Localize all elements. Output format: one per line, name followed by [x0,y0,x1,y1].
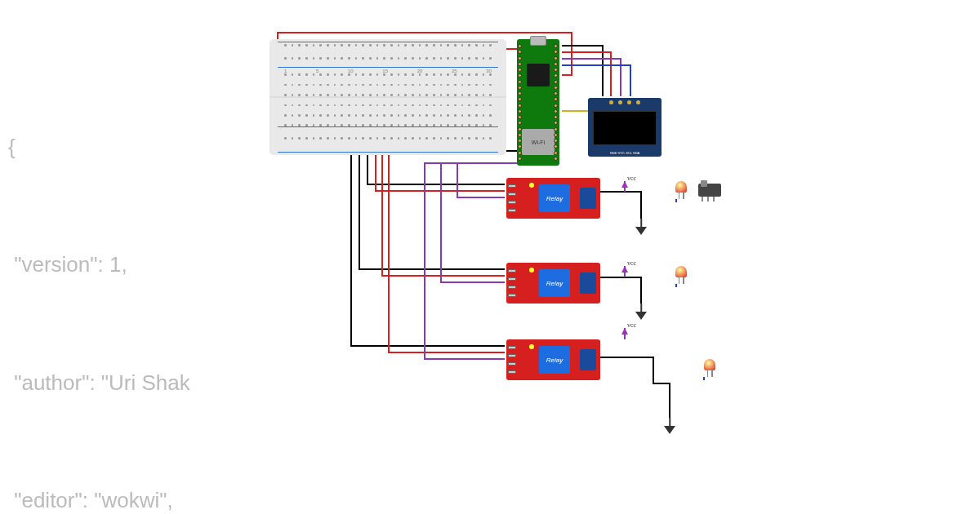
usb-connector-icon [530,36,546,46]
oled-screen [593,111,657,145]
slide-switch[interactable] [698,184,721,197]
switch-knob-icon [701,180,707,187]
relay-terminal-block [580,349,596,370]
relay-terminal-block [580,188,596,209]
vcc-label-1: vcc [627,175,636,182]
breadboard-half[interactable]: 1 5 10 15 20 25 30 [270,39,506,155]
relay-coil-icon: Relay [539,346,570,374]
pico-pins-left [518,44,523,161]
relay-status-led-icon [529,268,534,273]
relay-coil-icon: Relay [539,269,570,297]
oled-header-pins [609,100,640,104]
led-bulb-icon [704,359,715,370]
led-red-3[interactable] [702,359,717,377]
vcc-arrow-icon [621,266,628,273]
oled-pin-labels: GND VCC SCL SDA [588,151,662,155]
relay-input-pins [508,346,516,374]
wifi-module-icon: Wi-Fi [522,129,555,155]
vcc-arrow-icon [621,181,628,188]
relay-module-3[interactable]: Relay [506,339,600,380]
relay-status-led-icon [529,183,534,188]
ground-symbol-icon [635,312,647,323]
oled-ssd1306[interactable]: GND VCC SCL SDA [588,98,662,157]
rp2040-chip-icon [527,64,550,86]
pi-pico-w-board[interactable]: Wi-Fi [517,39,559,166]
vcc-arrow-icon [621,328,628,335]
vcc-label-2: vcc [627,259,636,267]
led-red-2[interactable] [674,266,688,284]
relay-input-pins [508,184,516,212]
wifi-label: Wi-Fi [532,140,545,145]
relay-module-1[interactable]: Relay [506,178,600,219]
ground-symbol-icon [664,426,675,437]
pico-pins-right [554,44,559,161]
led-bulb-icon [675,266,687,277]
ground-symbol-icon [635,227,647,238]
relay-coil-icon: Relay [539,184,570,212]
led-red-1[interactable] [674,181,688,199]
relay-input-pins [508,269,516,297]
circuit-diagram: 1 5 10 15 20 25 30 Wi-Fi [0,0,980,514]
led-bulb-icon [675,181,687,193]
relay-terminal-block [580,273,596,294]
relay-module-2[interactable]: Relay [506,263,600,304]
relay-status-led-icon [529,344,534,349]
